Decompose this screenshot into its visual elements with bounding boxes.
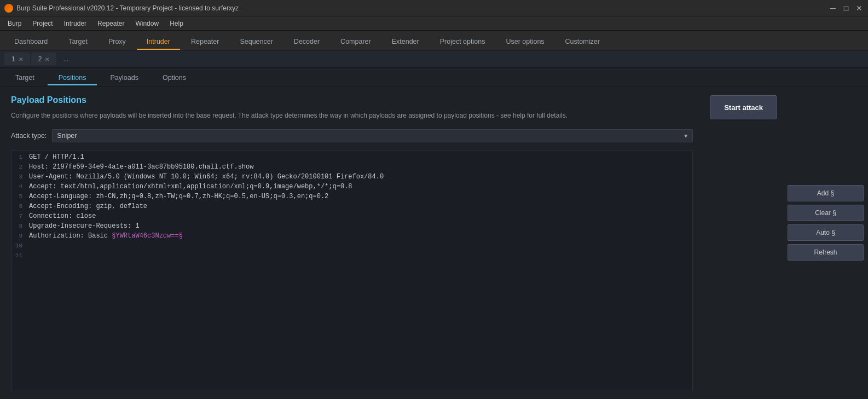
side-panel: Add § Clear § Auto § Refresh bbox=[783, 86, 868, 399]
top-right-area: Start attack bbox=[704, 86, 783, 399]
section-tab-options[interactable]: Options bbox=[152, 71, 197, 85]
line-content: Accept-Encoding: gzip, deflate bbox=[29, 203, 147, 210]
attack-type-select[interactable]: Sniper Battering ram Pitchfork Cluster b… bbox=[52, 129, 693, 142]
menu-item-project[interactable]: Project bbox=[27, 19, 58, 28]
line-content: Connection: close bbox=[29, 212, 96, 220]
line-content: GET / HTTP/1.1 bbox=[29, 153, 84, 161]
minimize-button[interactable]: ─ bbox=[829, 4, 837, 13]
main-tab-target[interactable]: Target bbox=[59, 34, 97, 50]
payload-marker: §YWRtaW46c3Nzcw==§ bbox=[112, 232, 183, 240]
attack-type-select-wrapper[interactable]: Sniper Battering ram Pitchfork Cluster b… bbox=[52, 129, 693, 142]
auto-payload-button[interactable]: Auto § bbox=[788, 224, 864, 241]
content-row: Payload Positions Configure the position… bbox=[0, 86, 868, 399]
table-row: 4 Accept: text/html,application/xhtml+xm… bbox=[11, 182, 692, 192]
maximize-button[interactable]: □ bbox=[842, 4, 850, 13]
table-row: 6 Accept-Encoding: gzip, deflate bbox=[11, 202, 692, 212]
intruder-tab-1[interactable]: 1✕ bbox=[4, 53, 30, 65]
line-content: Host: 2197fe59-34e9-4a1e-a011-3ac87bb951… bbox=[29, 163, 253, 171]
clear-payload-button[interactable]: Clear § bbox=[788, 205, 864, 221]
attack-type-row: Attack type: Sniper Battering ram Pitchf… bbox=[11, 129, 693, 142]
table-row: 10 bbox=[11, 241, 692, 251]
window-title: Burp Suite Professional v2020.12 - Tempo… bbox=[16, 4, 239, 12]
main-panel: Payload Positions Configure the position… bbox=[0, 86, 704, 399]
main-tab-sequencer[interactable]: Sequencer bbox=[230, 34, 282, 50]
line-number: 4 bbox=[11, 183, 29, 190]
refresh-button[interactable]: Refresh bbox=[788, 244, 864, 261]
line-content: Upgrade-Insecure-Requests: 1 bbox=[29, 222, 140, 230]
line-content bbox=[29, 242, 33, 250]
line-number: 2 bbox=[11, 164, 29, 170]
table-row: 1 GET / HTTP/1.1 bbox=[11, 153, 692, 163]
payload-positions-heading: Payload Positions bbox=[11, 95, 693, 105]
line-number: 6 bbox=[11, 203, 29, 210]
title-bar-controls: ─ □ ✕ bbox=[829, 4, 864, 13]
close-tab-icon[interactable]: ✕ bbox=[19, 56, 23, 62]
main-tab-intruder[interactable]: Intruder bbox=[137, 34, 180, 50]
payload-positions-description: Configure the positions where payloads w… bbox=[11, 111, 693, 120]
line-content: Accept-Language: zh-CN,zh;q=0.8,zh-TW;q=… bbox=[29, 193, 328, 200]
table-row: 2 Host: 2197fe59-34e9-4a1e-a011-3ac87bb9… bbox=[11, 163, 692, 172]
attack-type-label: Attack type: bbox=[11, 132, 47, 140]
line-content: Accept: text/html,application/xhtml+xml,… bbox=[29, 183, 352, 190]
main-tab-customizer[interactable]: Customizer bbox=[555, 34, 610, 50]
line-number: 8 bbox=[11, 223, 29, 229]
table-row: 5 Accept-Language: zh-CN,zh;q=0.8,zh-TW;… bbox=[11, 192, 692, 202]
line-number: 9 bbox=[11, 233, 29, 239]
line-number: 10 bbox=[11, 242, 29, 249]
main-tab-bar: DashboardTargetProxyIntruderRepeaterSequ… bbox=[0, 31, 868, 50]
line-content: Authorization: Basic §YWRtaW46c3Nzcw==§ bbox=[29, 232, 183, 240]
menu-item-intruder[interactable]: Intruder bbox=[59, 19, 92, 28]
section-tab-bar: TargetPositionsPayloadsOptions bbox=[0, 68, 868, 86]
line-content bbox=[29, 252, 33, 259]
intruder-tab-2[interactable]: 2✕ bbox=[31, 53, 57, 65]
main-tab-comparer[interactable]: Comparer bbox=[331, 34, 381, 50]
main-tab-extender[interactable]: Extender bbox=[382, 34, 429, 50]
title-bar: Burp Suite Professional v2020.12 - Tempo… bbox=[0, 0, 868, 16]
table-row: 3 User-Agent: Mozilla/5.0 (Windows NT 10… bbox=[11, 172, 692, 182]
close-button[interactable]: ✕ bbox=[855, 4, 864, 13]
line-number: 5 bbox=[11, 193, 29, 200]
add-payload-button[interactable]: Add § bbox=[788, 185, 864, 201]
line-number: 3 bbox=[11, 174, 29, 180]
title-bar-left: Burp Suite Professional v2020.12 - Tempo… bbox=[4, 4, 239, 13]
main-tab-proxy[interactable]: Proxy bbox=[99, 34, 136, 50]
line-number: 11 bbox=[11, 252, 29, 259]
section-tab-payloads[interactable]: Payloads bbox=[99, 71, 149, 85]
main-tab-dashboard[interactable]: Dashboard bbox=[4, 34, 57, 50]
main-tab-repeater[interactable]: Repeater bbox=[181, 34, 229, 50]
line-number: 1 bbox=[11, 154, 29, 160]
close-tab-icon[interactable]: ✕ bbox=[45, 56, 49, 62]
table-row: 11 bbox=[11, 251, 692, 261]
request-editor[interactable]: 1 GET / HTTP/1.1 2 Host: 2197fe59-34e9-4… bbox=[11, 150, 693, 390]
main-tab-user-options[interactable]: User options bbox=[496, 34, 554, 50]
line-number: 7 bbox=[11, 213, 29, 219]
table-row: 9 Authorization: Basic §YWRtaW46c3Nzcw==… bbox=[11, 232, 692, 241]
main-tab-decoder[interactable]: Decoder bbox=[284, 34, 329, 50]
request-lines: 1 GET / HTTP/1.1 2 Host: 2197fe59-34e9-4… bbox=[11, 151, 692, 263]
menu-item-window[interactable]: Window bbox=[130, 19, 164, 28]
table-row: 7 Connection: close bbox=[11, 212, 692, 222]
menu-bar: BurpProjectIntruderRepeaterWindowHelp bbox=[0, 16, 868, 31]
menu-item-help[interactable]: Help bbox=[164, 19, 189, 28]
section-tab-target[interactable]: Target bbox=[4, 71, 45, 85]
burp-icon bbox=[4, 4, 13, 13]
menu-item-repeater[interactable]: Repeater bbox=[92, 19, 130, 28]
intruder-tab-more[interactable]: ... bbox=[57, 53, 74, 65]
line-content: User-Agent: Mozilla/5.0 (Windows NT 10.0… bbox=[29, 173, 384, 181]
start-attack-button[interactable]: Start attack bbox=[710, 95, 777, 119]
intruder-tab-bar: 1✕2✕... bbox=[0, 50, 868, 68]
main-tab-project-options[interactable]: Project options bbox=[430, 34, 495, 50]
menu-item-burp[interactable]: Burp bbox=[2, 19, 27, 28]
section-tab-positions[interactable]: Positions bbox=[48, 71, 97, 85]
table-row: 8 Upgrade-Insecure-Requests: 1 bbox=[11, 222, 692, 232]
